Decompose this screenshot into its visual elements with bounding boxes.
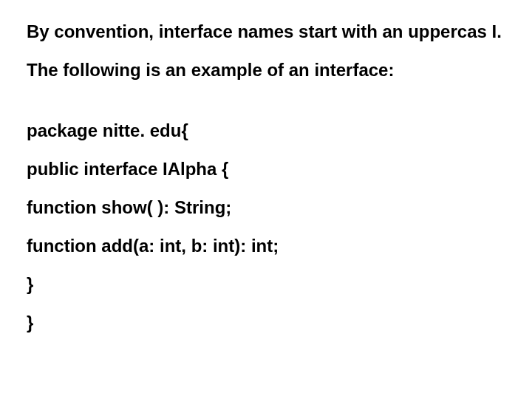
code-line-interface-decl: public interface IAlpha { [27, 158, 505, 180]
text-line-convention: By convention, interface names start wit… [27, 21, 505, 43]
code-line-package: package nitte. edu{ [27, 120, 505, 142]
slide: By convention, interface names start wit… [0, 0, 532, 399]
code-line-close-brace-1: } [27, 273, 505, 296]
code-line-add-fn: function add(a: int, b: int): int; [27, 235, 505, 257]
code-line-close-brace-2: } [27, 312, 505, 334]
spacer [27, 98, 505, 120]
code-line-show-fn: function show( ): String; [27, 197, 505, 219]
text-line-example-intro: The following is an example of an interf… [27, 59, 505, 81]
